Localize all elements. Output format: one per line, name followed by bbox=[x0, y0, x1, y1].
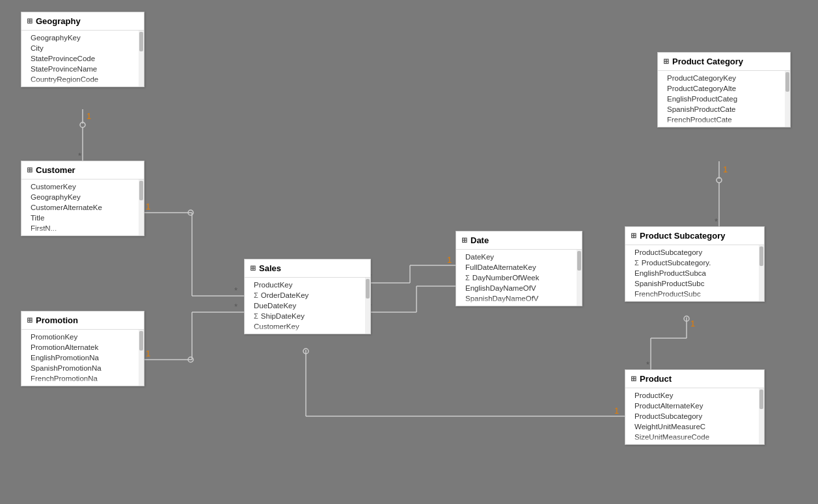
list-item[interactable]: DueDateKey bbox=[245, 300, 370, 311]
table-icon-product: ⊞ bbox=[631, 375, 636, 383]
svg-text:1: 1 bbox=[146, 349, 150, 358]
list-item[interactable]: GeographyKey bbox=[21, 192, 144, 202]
list-item[interactable]: PromotionKey bbox=[21, 332, 144, 342]
svg-point-38 bbox=[684, 316, 689, 321]
table-title-product-subcategory: Product Subcategory bbox=[640, 231, 725, 241]
list-item[interactable]: CustomerKey bbox=[21, 181, 144, 192]
table-title-customer: Customer bbox=[36, 165, 75, 175]
table-body-sales: ProductKey ΣOrderDateKey DueDateKey ΣShi… bbox=[245, 278, 370, 334]
table-product-category[interactable]: ⊞ Product Category ProductCategoryKey Pr… bbox=[657, 52, 791, 127]
table-icon-sales: ⊞ bbox=[250, 264, 256, 272]
list-item[interactable]: GeographyKey bbox=[21, 33, 144, 43]
list-item[interactable]: ΣShipDateKey bbox=[245, 311, 370, 321]
svg-text:*: * bbox=[715, 217, 718, 226]
table-header-sales: ⊞ Sales bbox=[245, 259, 370, 278]
sigma-icon: Σ bbox=[254, 312, 258, 320]
table-body-geography: GeographyKey City StateProvinceCode Stat… bbox=[21, 31, 144, 86]
table-header-product-category: ⊞ Product Category bbox=[658, 53, 790, 71]
table-body-product-category: ProductCategoryKey ProductCategoryAlte E… bbox=[658, 71, 790, 127]
list-item[interactable]: ProductKey bbox=[625, 390, 764, 401]
table-customer[interactable]: ⊞ Customer CustomerKey GeographyKey Cust… bbox=[21, 161, 144, 236]
list-item[interactable]: SpanishProductSubc bbox=[625, 278, 764, 289]
list-item[interactable]: EnglishDayNameOfV bbox=[456, 283, 582, 293]
svg-text:1: 1 bbox=[723, 165, 728, 174]
table-sales[interactable]: ⊞ Sales ProductKey ΣOrderDateKey DueDate… bbox=[244, 259, 371, 334]
table-body-customer: CustomerKey GeographyKey CustomerAlterna… bbox=[21, 179, 144, 235]
svg-point-1 bbox=[80, 122, 85, 127]
svg-text:1: 1 bbox=[614, 406, 619, 416]
diagram-canvas: 1 * 1 * 1 * * 1 * 1 1 bbox=[0, 0, 818, 504]
list-item[interactable]: ProductSubcategory bbox=[625, 411, 764, 421]
svg-text:*: * bbox=[78, 151, 81, 161]
sigma-icon: Σ bbox=[254, 291, 258, 299]
table-promotion[interactable]: ⊞ Promotion PromotionKey PromotionAltern… bbox=[21, 311, 144, 386]
table-geography[interactable]: ⊞ Geography GeographyKey City StateProvi… bbox=[21, 12, 144, 87]
list-item[interactable]: City bbox=[21, 43, 144, 53]
list-item[interactable]: ProductKey bbox=[245, 280, 370, 290]
table-title-product-category: Product Category bbox=[672, 57, 743, 66]
sigma-icon: Σ bbox=[634, 259, 639, 267]
table-title-promotion: Promotion bbox=[36, 315, 78, 325]
svg-text:1: 1 bbox=[87, 111, 91, 121]
svg-text:1: 1 bbox=[146, 202, 150, 211]
list-item[interactable]: CustomerAlternateKe bbox=[21, 202, 144, 213]
list-item[interactable]: Title bbox=[21, 213, 144, 223]
list-item[interactable]: ProductCategoryAlte bbox=[658, 83, 790, 94]
table-icon-date: ⊞ bbox=[461, 236, 467, 245]
list-item[interactable]: ProductSubcategory bbox=[625, 247, 764, 258]
table-header-geography: ⊞ Geography bbox=[21, 12, 144, 31]
svg-text:*: * bbox=[646, 360, 649, 369]
table-title-product: Product bbox=[640, 374, 672, 384]
list-item[interactable]: ΣProductSubcategory. bbox=[625, 258, 764, 268]
table-icon-product-category: ⊞ bbox=[663, 57, 669, 66]
list-item[interactable]: SpanishPromotionNa bbox=[21, 363, 144, 373]
list-item[interactable]: StateProvinceName bbox=[21, 64, 144, 74]
table-header-product: ⊞ Product bbox=[625, 370, 764, 388]
list-item[interactable]: ΣOrderDateKey bbox=[245, 290, 370, 300]
table-body-product-subcategory: ProductSubcategory ΣProductSubcategory. … bbox=[625, 245, 764, 301]
list-item[interactable]: EnglishPromotionNa bbox=[21, 352, 144, 363]
list-item[interactable]: StateProvinceCode bbox=[21, 53, 144, 64]
table-product-subcategory[interactable]: ⊞ Product Subcategory ProductSubcategory… bbox=[625, 226, 765, 302]
table-header-customer: ⊞ Customer bbox=[21, 161, 144, 179]
svg-point-28 bbox=[303, 349, 308, 354]
table-icon-promotion: ⊞ bbox=[27, 316, 33, 325]
table-date[interactable]: ⊞ Date DateKey FullDateAlternateKey ΣDay… bbox=[456, 231, 582, 306]
table-header-promotion: ⊞ Promotion bbox=[21, 312, 144, 330]
table-icon-product-subcategory: ⊞ bbox=[631, 232, 636, 240]
table-body-promotion: PromotionKey PromotionAlternatek English… bbox=[21, 330, 144, 386]
list-item[interactable]: PromotionAlternatek bbox=[21, 342, 144, 352]
svg-text:*: * bbox=[234, 285, 238, 295]
table-header-date: ⊞ Date bbox=[456, 232, 582, 250]
sigma-icon: Σ bbox=[465, 274, 470, 282]
table-title-sales: Sales bbox=[259, 263, 281, 273]
list-item[interactable]: DateKey bbox=[456, 252, 582, 262]
table-title-geography: Geography bbox=[36, 16, 81, 26]
table-icon-geography: ⊞ bbox=[27, 17, 33, 25]
svg-text:*: * bbox=[234, 302, 238, 312]
svg-point-31 bbox=[716, 178, 722, 183]
table-body-date: DateKey FullDateAlternateKey ΣDayNumberO… bbox=[456, 250, 582, 306]
table-product[interactable]: ⊞ Product ProductKey ProductAlternateKey… bbox=[625, 369, 765, 445]
svg-point-14 bbox=[188, 357, 193, 362]
list-item[interactable]: ProductCategoryKey bbox=[658, 73, 790, 83]
table-title-date: Date bbox=[470, 235, 489, 245]
svg-point-8 bbox=[188, 210, 193, 215]
list-item[interactable]: WeightUnitMeasureC bbox=[625, 421, 764, 432]
list-item[interactable]: ΣDayNumberOfWeek bbox=[456, 272, 582, 283]
table-header-product-subcategory: ⊞ Product Subcategory bbox=[625, 227, 764, 245]
list-item[interactable]: FullDateAlternateKey bbox=[456, 262, 582, 272]
list-item[interactable]: EnglishProductCateg bbox=[658, 94, 790, 104]
table-body-product: ProductKey ProductAlternateKey ProductSu… bbox=[625, 388, 764, 444]
list-item[interactable]: ProductAlternateKey bbox=[625, 401, 764, 411]
table-icon-customer: ⊞ bbox=[27, 166, 33, 174]
list-item[interactable]: EnglishProductSubca bbox=[625, 268, 764, 278]
svg-text:1: 1 bbox=[690, 319, 695, 328]
svg-text:1: 1 bbox=[447, 255, 452, 265]
list-item[interactable]: SpanishProductCate bbox=[658, 104, 790, 114]
